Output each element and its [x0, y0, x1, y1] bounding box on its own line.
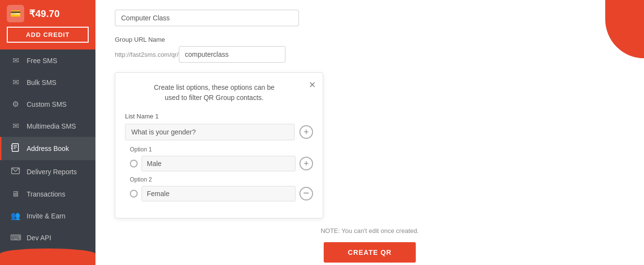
sidebar-label-address-book: Address Book: [27, 145, 69, 152]
sidebar-label-invite-earn: Invite & Earn: [27, 212, 65, 220]
option2-section: Option 2 −: [130, 176, 313, 201]
sidebar-label-delivery-reports: Delivery Reports: [27, 168, 77, 176]
option1-label: Option 1: [130, 146, 313, 153]
bulk-sms-icon: ✉: [10, 78, 21, 87]
sidebar-item-custom-sms[interactable]: ⚙ Custom SMS: [0, 93, 95, 115]
sidebar: 💳 ₹49.70 ADD CREDIT ✉ Free SMS ✉ Bulk SM…: [0, 0, 95, 265]
sidebar-item-dev-api[interactable]: ⌨ Dev API: [0, 227, 95, 248]
option1-row: +: [130, 156, 313, 171]
add-credit-wrapper: ADD CREDIT: [0, 27, 95, 50]
option2-label: Option 2: [130, 176, 313, 183]
delivery-reports-icon: [10, 166, 21, 177]
balance-display: ₹49.70: [29, 8, 60, 19]
sidebar-decoration: [0, 248, 95, 265]
transactions-icon: 🖥: [10, 190, 21, 199]
option2-radio[interactable]: [130, 190, 138, 198]
svg-rect-0: [12, 144, 18, 151]
popup-header-line2: used to filter QR Group contacts.: [165, 94, 264, 101]
list-name-input[interactable]: [125, 124, 295, 140]
group-name-input[interactable]: [115, 10, 299, 26]
group-url-label: Group URL Name: [115, 36, 625, 43]
note-text: NOTE: You can't edit once created.: [115, 227, 625, 234]
create-list-popup: Create list options, these options can b…: [115, 72, 323, 218]
option2-row: −: [130, 186, 313, 201]
create-qr-button[interactable]: CREATE QR: [324, 242, 416, 263]
add-option1-button[interactable]: +: [299, 157, 313, 170]
sidebar-header: 💳 ₹49.70: [0, 0, 95, 27]
url-prefix: http://fast2sms.com/qr/: [115, 51, 179, 58]
sidebar-label-custom-sms: Custom SMS: [27, 100, 66, 108]
sidebar-item-multimedia-sms[interactable]: ✉ Multimedia SMS: [0, 115, 95, 137]
wallet-icon: 💳: [7, 5, 24, 22]
sidebar-label-dev-api: Dev API: [27, 234, 51, 242]
popup-close-button[interactable]: ✕: [309, 80, 316, 90]
sidebar-nav: ✉ Free SMS ✉ Bulk SMS ⚙ Custom SMS ✉ Mul…: [0, 50, 95, 248]
remove-option2-button[interactable]: −: [299, 187, 313, 200]
sidebar-item-delivery-reports[interactable]: Delivery Reports: [0, 160, 95, 183]
option1-section: Option 1 +: [130, 146, 313, 171]
dev-api-icon: ⌨: [10, 233, 21, 242]
address-book-icon: [10, 143, 21, 154]
url-row: http://fast2sms.com/qr/: [115, 46, 625, 63]
option1-radio[interactable]: [130, 160, 138, 167]
list-section: List Name 1 + Option 1 + Option 2: [125, 113, 313, 201]
sidebar-item-invite-earn[interactable]: 👥 Invite & Earn: [0, 205, 95, 227]
main-content: Group URL Name http://fast2sms.com/qr/ C…: [95, 0, 644, 265]
list-name-row: +: [125, 124, 313, 140]
popup-header-line1: Create list options, these options can b…: [154, 83, 274, 91]
invite-earn-icon: 👥: [10, 211, 21, 220]
sidebar-label-multimedia-sms: Multimedia SMS: [27, 122, 76, 130]
sidebar-item-bulk-sms[interactable]: ✉ Bulk SMS: [0, 71, 95, 93]
multimedia-sms-icon: ✉: [10, 121, 21, 131]
popup-header: Create list options, these options can b…: [125, 83, 313, 103]
sidebar-label-bulk-sms: Bulk SMS: [27, 79, 56, 86]
option2-input[interactable]: [141, 186, 296, 201]
custom-sms-icon: ⚙: [10, 99, 21, 109]
sidebar-item-address-book[interactable]: Address Book: [0, 137, 95, 160]
sidebar-label-transactions: Transactions: [27, 190, 65, 198]
add-credit-button[interactable]: ADD CREDIT: [7, 27, 89, 43]
free-sms-icon: ✉: [10, 56, 21, 65]
add-list-button[interactable]: +: [299, 125, 313, 139]
sidebar-label-free-sms: Free SMS: [27, 57, 57, 65]
url-suffix-input[interactable]: [179, 46, 285, 63]
option1-input[interactable]: [141, 156, 296, 171]
list-name-label: List Name 1: [125, 113, 313, 120]
sidebar-item-free-sms[interactable]: ✉ Free SMS: [0, 50, 95, 71]
sidebar-item-transactions[interactable]: 🖥 Transactions: [0, 183, 95, 205]
